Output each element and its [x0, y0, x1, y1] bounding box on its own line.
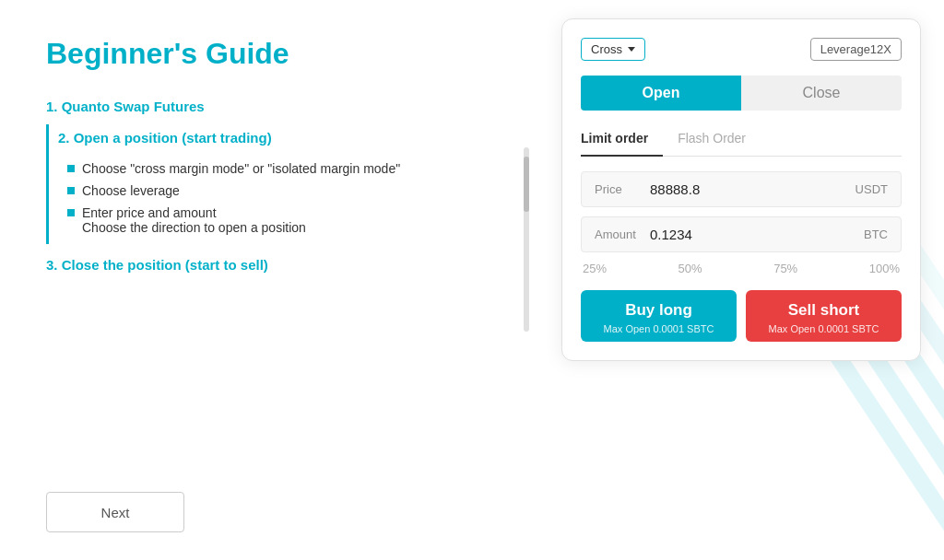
guide-item-3[interactable]: 3. Close the position (start to sell): [46, 251, 511, 279]
buy-long-sub: Max Open 0.0001 SBTC: [604, 323, 714, 334]
page-title: Beginner's Guide: [46, 37, 511, 71]
guide-list: 1. Quanto Swap Futures 2. Open a positio…: [46, 93, 511, 279]
leverage-badge[interactable]: Leverage12X: [810, 38, 902, 61]
price-label: Price: [595, 182, 650, 196]
pct-25[interactable]: 25%: [583, 262, 607, 275]
trading-card: Cross Leverage12X Open Close Limit order…: [561, 18, 921, 361]
sell-short-button[interactable]: Sell short Max Open 0.0001 SBTC: [746, 290, 902, 342]
tab-limit-order[interactable]: Limit order: [581, 125, 663, 157]
next-button[interactable]: Next: [46, 492, 184, 532]
bullet-list: Choose "cross margin mode" or "isolated …: [58, 158, 511, 239]
amount-label: Amount: [595, 228, 650, 241]
buy-long-label: Buy long: [625, 301, 692, 320]
cross-margin-dropdown[interactable]: Cross: [581, 38, 645, 61]
bullet-icon-1: [67, 165, 75, 172]
bullet-item-1: Choose "cross margin mode" or "isolated …: [67, 158, 511, 180]
price-value[interactable]: 88888.8: [650, 181, 856, 197]
card-header: Cross Leverage12X: [581, 38, 902, 61]
sell-short-label: Sell short: [788, 301, 859, 320]
guide-item-1[interactable]: 1. Quanto Swap Futures: [46, 93, 511, 121]
bullet-icon-2: [67, 187, 75, 194]
open-close-tabs: Open Close: [581, 76, 902, 111]
right-panel: Cross Leverage12X Open Close Limit order…: [538, 0, 944, 560]
scroll-thumb[interactable]: [524, 157, 529, 212]
amount-unit: BTC: [864, 228, 888, 241]
bullet-item-3: Enter price and amountChoose the directi…: [67, 202, 511, 239]
sell-short-sub: Max Open 0.0001 SBTC: [769, 323, 879, 334]
bullet-icon-3: [67, 209, 75, 216]
guide-item-2[interactable]: 2. Open a position (start trading): [58, 124, 511, 152]
price-input-row: Price 88888.8 USDT: [581, 171, 902, 207]
scrollbar[interactable]: [524, 147, 529, 332]
price-unit: USDT: [856, 182, 888, 196]
action-buttons: Buy long Max Open 0.0001 SBTC Sell short…: [581, 290, 902, 342]
tab-close[interactable]: Close: [741, 76, 902, 111]
pct-50[interactable]: 50%: [678, 262, 702, 275]
buy-long-button[interactable]: Buy long Max Open 0.0001 SBTC: [581, 290, 737, 342]
bullet-item-2: Choose leverage: [67, 180, 511, 202]
left-panel: Beginner's Guide 1. Quanto Swap Futures …: [0, 0, 538, 560]
tab-open[interactable]: Open: [581, 76, 741, 111]
order-type-tabs: Limit order Flash Order: [581, 125, 902, 157]
chevron-down-icon: [628, 47, 635, 52]
guide-item-2-section: 2. Open a position (start trading) Choos…: [46, 124, 511, 244]
tab-flash-order[interactable]: Flash Order: [663, 125, 761, 156]
pct-100[interactable]: 100%: [869, 262, 900, 275]
amount-value[interactable]: 0.1234: [650, 227, 864, 242]
percentage-row: 25% 50% 75% 100%: [581, 262, 902, 275]
pct-75[interactable]: 75%: [773, 262, 797, 275]
amount-input-row: Amount 0.1234 BTC: [581, 216, 902, 252]
